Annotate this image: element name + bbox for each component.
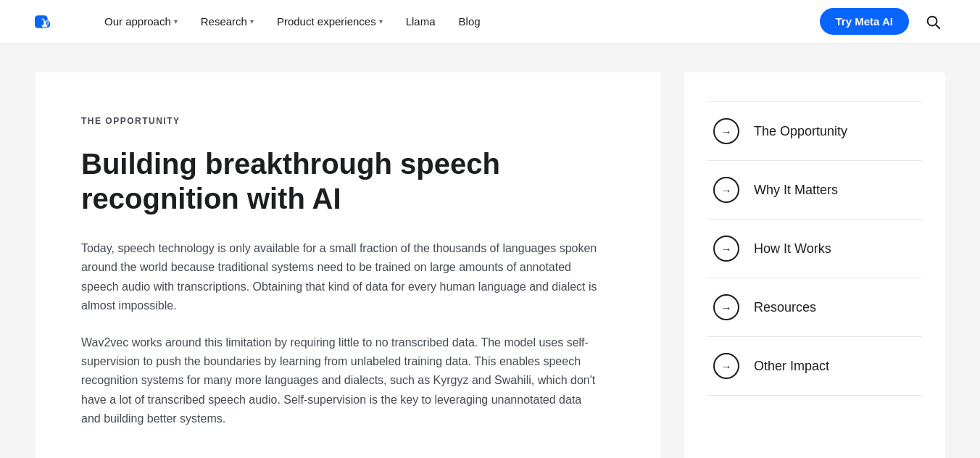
navbar: Our approach ▾ Research ▾ Product experi… xyxy=(0,0,980,43)
sidebar-item-other-impact[interactable]: → Other Impact xyxy=(707,337,922,396)
sidebar-item-why-it-matters[interactable]: → Why It Matters xyxy=(707,161,922,220)
page-title: Building breakthrough speech recognition… xyxy=(81,146,603,216)
try-meta-ai-button[interactable]: Try Meta AI xyxy=(820,8,909,35)
main-article-card: THE OPPORTUNITY Building breakthrough sp… xyxy=(35,72,661,458)
nav-right: Try Meta AI xyxy=(820,8,945,35)
arrow-circle-icon: → xyxy=(713,294,739,320)
body-paragraph-1: Today, speech technology is only availab… xyxy=(81,239,603,316)
arrow-circle-icon: → xyxy=(713,118,739,144)
sidebar-item-label: Other Impact xyxy=(754,359,829,374)
meta-logo[interactable] xyxy=(35,14,67,29)
page-sidebar: → The Opportunity → Why It Matters → How… xyxy=(684,72,945,458)
chevron-down-icon: ▾ xyxy=(250,17,254,25)
sidebar-item-the-opportunity[interactable]: → The Opportunity xyxy=(707,101,922,161)
nav-product-experiences[interactable]: Product experiences ▾ xyxy=(268,9,391,33)
page-content: THE OPPORTUNITY Building breakthrough sp… xyxy=(0,43,980,458)
nav-blog[interactable]: Blog xyxy=(450,9,489,33)
sidebar-item-how-it-works[interactable]: → How It Works xyxy=(707,220,922,278)
arrow-circle-icon: → xyxy=(713,236,739,262)
sidebar-item-label: The Opportunity xyxy=(754,124,847,139)
sidebar-item-resources[interactable]: → Resources xyxy=(707,278,922,337)
nav-our-approach[interactable]: Our approach ▾ xyxy=(96,9,186,33)
nav-links: Our approach ▾ Research ▾ Product experi… xyxy=(96,9,820,33)
chevron-down-icon: ▾ xyxy=(174,17,178,25)
svg-line-1 xyxy=(936,25,939,28)
chevron-down-icon: ▾ xyxy=(379,17,383,25)
nav-llama[interactable]: Llama xyxy=(397,9,444,33)
sidebar-item-label: Why It Matters xyxy=(754,183,838,198)
arrow-circle-icon: → xyxy=(713,353,739,379)
search-button[interactable] xyxy=(921,9,945,34)
sidebar-item-label: How It Works xyxy=(754,241,831,257)
search-icon xyxy=(925,14,941,30)
nav-research[interactable]: Research ▾ xyxy=(192,9,262,33)
body-paragraph-2: Wav2vec works around this limitation by … xyxy=(81,333,603,429)
section-label: THE OPPORTUNITY xyxy=(81,116,615,126)
sidebar-item-label: Resources xyxy=(754,300,816,315)
arrow-circle-icon: → xyxy=(713,177,739,203)
